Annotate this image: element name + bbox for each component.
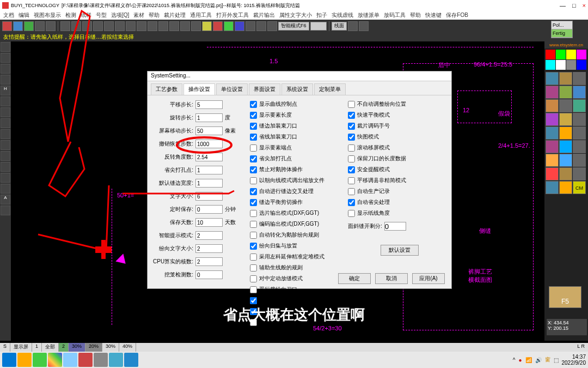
- toolbar-button[interactable]: [158, 21, 168, 31]
- tool-button[interactable]: [1, 53, 10, 63]
- ok-button[interactable]: 确定: [338, 273, 371, 284]
- toolbar-button[interactable]: [71, 21, 81, 31]
- palette-tool[interactable]: [559, 181, 572, 194]
- tray-icon[interactable]: ●: [518, 357, 522, 363]
- tab-system[interactable]: 系统设置: [281, 83, 313, 95]
- toolbar-button[interactable]: [137, 21, 146, 31]
- checkbox[interactable]: [348, 123, 355, 130]
- angle-input[interactable]: [195, 153, 223, 161]
- dart-input[interactable]: [195, 166, 223, 174]
- toolbar-button[interactable]: [359, 21, 369, 31]
- checkbox[interactable]: [250, 243, 257, 250]
- tool-button[interactable]: [1, 42, 10, 52]
- checkbox[interactable]: [348, 101, 355, 108]
- toolbar-button[interactable]: [246, 21, 255, 31]
- checkbox[interactable]: [250, 144, 257, 152]
- checkbox[interactable]: [250, 101, 257, 108]
- palette-tool[interactable]: [559, 86, 572, 99]
- start-button[interactable]: [2, 353, 16, 367]
- toolbar-button[interactable]: [93, 21, 103, 31]
- menu-item[interactable]: 号型: [96, 11, 107, 19]
- menu-item[interactable]: 素材: [133, 11, 144, 19]
- menu-item[interactable]: 实线虚线: [332, 11, 353, 19]
- toolbar-button[interactable]: [213, 21, 223, 31]
- savedays-input[interactable]: [195, 218, 223, 227]
- bottom-tab[interactable]: 1: [32, 343, 42, 352]
- palette-tool[interactable]: CM: [573, 181, 586, 194]
- checkbox[interactable]: [250, 210, 257, 217]
- color-swatch[interactable]: [577, 60, 586, 70]
- menu-item[interactable]: 快速键: [425, 11, 442, 19]
- line-combo[interactable]: 线面: [332, 22, 347, 31]
- palette-tool[interactable]: [573, 99, 586, 112]
- palette-tool[interactable]: [559, 72, 572, 85]
- tool-button[interactable]: [1, 151, 10, 161]
- menu-item[interactable]: 扣子: [316, 11, 327, 19]
- bottom-tab[interactable]: 2: [59, 343, 69, 352]
- tray-icon[interactable]: ⬚: [554, 357, 559, 363]
- palette-tool[interactable]: [573, 72, 586, 85]
- palette-tool[interactable]: [546, 154, 559, 167]
- palette-tool[interactable]: [559, 99, 572, 112]
- toolbar-button[interactable]: [235, 21, 244, 31]
- checkbox[interactable]: [250, 232, 257, 239]
- toolbar-button[interactable]: [126, 21, 136, 31]
- bottom-tab[interactable]: 20%: [85, 343, 102, 352]
- color-swatch[interactable]: [566, 60, 576, 70]
- toolbar-button[interactable]: [148, 21, 157, 31]
- step-input[interactable]: [195, 100, 223, 109]
- palette-tool[interactable]: [559, 140, 572, 153]
- bottom-tab[interactable]: 30%: [69, 343, 85, 352]
- textsize-input[interactable]: [195, 244, 223, 253]
- checkbox[interactable]: [348, 199, 355, 206]
- bottom-tab[interactable]: 30%: [102, 343, 119, 352]
- tab-unit[interactable]: 单位设置: [216, 83, 248, 95]
- tab-interface[interactable]: 界面设置: [249, 83, 280, 95]
- checkbox[interactable]: [348, 144, 355, 152]
- menu-item[interactable]: 属性文字大小: [279, 11, 312, 19]
- toolbar-button[interactable]: [60, 21, 70, 31]
- checkbox[interactable]: [250, 188, 257, 195]
- checkbox[interactable]: [348, 177, 355, 184]
- menu-item[interactable]: 选项[Q]: [111, 11, 129, 19]
- rotate-input[interactable]: [195, 113, 223, 122]
- mode-combo[interactable]: 智能模式F6: [278, 22, 309, 31]
- taskbar-app[interactable]: [124, 353, 138, 367]
- checkbox[interactable]: [250, 199, 257, 206]
- checkbox[interactable]: [250, 264, 257, 272]
- taskbar-app[interactable]: [63, 353, 77, 367]
- checkbox[interactable]: [250, 297, 257, 304]
- checkbox[interactable]: [250, 275, 257, 282]
- menu-item[interactable]: 放码工具: [384, 11, 406, 19]
- color-swatch[interactable]: [577, 50, 586, 59]
- toolbar-button[interactable]: [35, 21, 45, 31]
- palette-tool[interactable]: [559, 113, 572, 126]
- autosave-input[interactable]: [195, 205, 223, 214]
- tray-icon[interactable]: ^: [513, 357, 516, 363]
- palette-tool[interactable]: [546, 126, 559, 140]
- detect-input[interactable]: [195, 270, 223, 279]
- taskbar-app[interactable]: [78, 353, 93, 367]
- toolbar-button[interactable]: [82, 21, 92, 31]
- taskbar-app[interactable]: [109, 353, 123, 367]
- tool-button[interactable]: [1, 184, 10, 194]
- menu-item[interactable]: 编辑: [19, 11, 29, 19]
- checkbox[interactable]: [250, 123, 257, 130]
- palette-tool[interactable]: [546, 72, 559, 85]
- palette-tool[interactable]: [559, 167, 572, 180]
- palette-tool[interactable]: [573, 126, 586, 140]
- tool-button[interactable]: A: [1, 195, 10, 204]
- menu-item[interactable]: 帮助: [149, 11, 160, 19]
- toolbar-button[interactable]: [13, 21, 23, 31]
- checkbox[interactable]: [250, 112, 257, 119]
- menu-item[interactable]: 裁片输出: [253, 11, 275, 19]
- apply-button[interactable]: 应用(A): [412, 273, 445, 284]
- palette-tool[interactable]: [546, 140, 559, 153]
- tool-button[interactable]: H: [1, 86, 10, 95]
- tab-craft[interactable]: 工艺参数: [151, 83, 182, 95]
- seam-input[interactable]: [195, 179, 223, 188]
- palette-tool[interactable]: [573, 86, 586, 99]
- default-button[interactable]: 默认设置: [381, 245, 419, 256]
- palette-tool[interactable]: [546, 99, 559, 112]
- combo[interactable]: [310, 22, 327, 31]
